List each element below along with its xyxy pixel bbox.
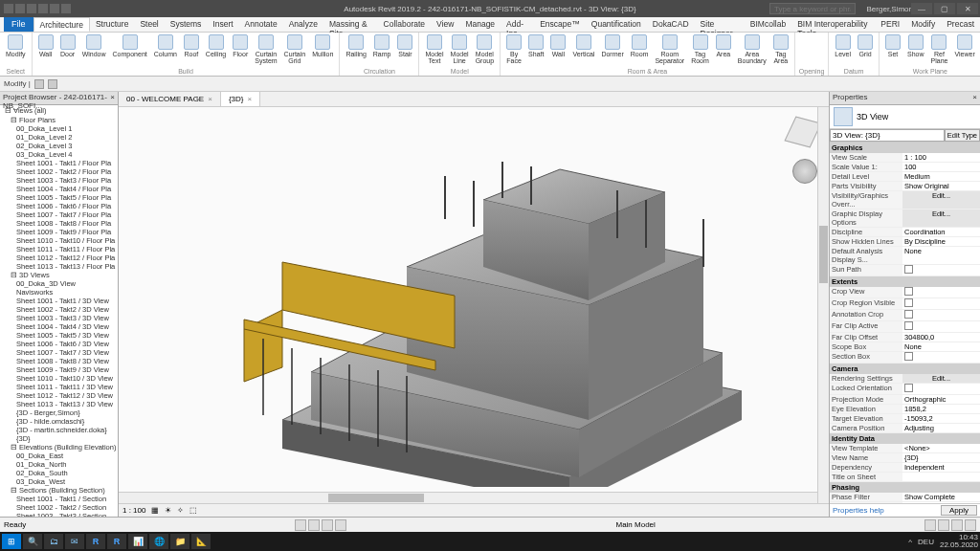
- props-help-link[interactable]: Properties help: [833, 506, 884, 515]
- prop-input[interactable]: [904, 493, 978, 501]
- ribbon-button[interactable]: Area Boundary: [736, 33, 768, 65]
- prop-value[interactable]: [902, 310, 980, 320]
- tree-item[interactable]: Sheet 1001 - Takt1 / Floor Pla: [1, 159, 117, 167]
- tree-item[interactable]: 00_Doka_3D View: [1, 279, 117, 288]
- ribbon-button[interactable]: Model Text: [423, 33, 445, 65]
- taskbar-revit[interactable]: R: [107, 534, 126, 549]
- ribbon-button[interactable]: Railing: [344, 33, 368, 58]
- tree-item[interactable]: Sheet 1001 - Takt1 / Section: [1, 495, 117, 503]
- prop-input[interactable]: [904, 182, 978, 190]
- ribbon-button[interactable]: Room: [629, 33, 651, 65]
- ribbon-tab[interactable]: Annotate: [239, 17, 283, 32]
- ribbon-button[interactable]: Grid: [856, 33, 875, 58]
- tree-item[interactable]: 00_Doka_Level 1: [1, 124, 117, 133]
- ribbon-button[interactable]: Show: [905, 33, 926, 65]
- prop-value[interactable]: [902, 237, 980, 246]
- tree-item[interactable]: Sheet 1004 - Takt4 / 3D View: [1, 322, 117, 331]
- ribbon-button[interactable]: Component: [111, 33, 149, 65]
- prop-value[interactable]: Edit...: [902, 191, 980, 209]
- prop-value[interactable]: [902, 493, 980, 501]
- tree-item[interactable]: Sheet 1003 - Takt3 / 3D View: [1, 314, 117, 322]
- ribbon-tab[interactable]: Site Designer: [695, 17, 745, 32]
- tree-item[interactable]: 02_Doka_South: [1, 469, 117, 477]
- checkbox[interactable]: [904, 352, 913, 361]
- prop-section-header[interactable]: Extents: [830, 276, 980, 287]
- taskbar-item[interactable]: ✉: [65, 534, 84, 549]
- ribbon-button[interactable]: By Face: [504, 33, 523, 65]
- prop-value[interactable]: [902, 463, 980, 472]
- ribbon-button[interactable]: Stair: [395, 33, 414, 58]
- taskbar-item[interactable]: 📁: [170, 534, 189, 549]
- prop-value[interactable]: [902, 444, 980, 452]
- status-icon[interactable]: [335, 519, 346, 531]
- ribbon-button[interactable]: Model Line: [449, 33, 471, 65]
- tree-item[interactable]: 01_Doka_Level 2: [1, 133, 117, 142]
- view-tab[interactable]: {3D}×: [221, 92, 260, 106]
- status-icon[interactable]: [951, 519, 963, 531]
- ribbon-button[interactable]: Wall: [36, 33, 56, 65]
- prop-value[interactable]: [902, 424, 980, 432]
- prop-value[interactable]: [902, 182, 980, 190]
- tray-up-icon[interactable]: ^: [908, 538, 912, 546]
- prop-value[interactable]: Edit...: [902, 209, 980, 227]
- status-icon[interactable]: [924, 519, 936, 531]
- tree-item[interactable]: Sheet 1006 - Takt6 / Floor Pla: [1, 202, 117, 210]
- tree-item[interactable]: Sheet 1009 - Takt9 / Floor Pla: [1, 228, 117, 236]
- ribbon-button[interactable]: Door: [58, 33, 78, 65]
- taskbar-item[interactable]: 🌐: [149, 534, 168, 549]
- ribbon-button[interactable]: Area: [714, 33, 733, 65]
- tree-item[interactable]: ⊟ Sections (Building Section): [1, 486, 117, 495]
- tree-item[interactable]: Sheet 1001 - Takt1 / 3D View: [1, 297, 117, 305]
- tree-item[interactable]: 00_Doka_East: [1, 452, 117, 460]
- tree-item[interactable]: Sheet 1005 - Takt5 / 3D View: [1, 331, 117, 340]
- tree-item[interactable]: {3D - hilde.omdaschi}: [1, 417, 117, 426]
- status-icon[interactable]: [322, 519, 333, 531]
- prop-value[interactable]: [902, 384, 980, 394]
- vc-icon[interactable]: ✧: [177, 506, 184, 515]
- ribbon-tab[interactable]: Analyze: [283, 17, 323, 32]
- close-icon[interactable]: ×: [208, 95, 212, 103]
- prop-input[interactable]: [904, 463, 978, 472]
- start-button[interactable]: ⊞: [2, 534, 21, 549]
- tree-item[interactable]: {3D - martin.schneider.doka}: [1, 426, 117, 434]
- ribbon-button[interactable]: Modify: [4, 33, 28, 58]
- system-tray[interactable]: ^ DEU 10:43 22.05.2020: [908, 534, 978, 549]
- prop-input[interactable]: [904, 247, 978, 255]
- ribbon-tab[interactable]: View: [431, 17, 459, 32]
- tree-item[interactable]: Sheet 1009 - Takt9 / 3D View: [1, 365, 117, 374]
- tree-item[interactable]: Sheet 1006 - Takt6 / 3D View: [1, 340, 117, 348]
- prop-input[interactable]: [904, 453, 978, 462]
- tree-item[interactable]: Sheet 1013 - Takt13 / 3D View: [1, 400, 117, 408]
- prop-input[interactable]: [904, 342, 978, 351]
- file-tab[interactable]: File: [4, 17, 33, 32]
- close-button[interactable]: ✕: [957, 3, 978, 14]
- tree-item[interactable]: 02_Doka_Level 3: [1, 142, 117, 150]
- status-icon[interactable]: [308, 519, 320, 531]
- prop-value[interactable]: Edit...: [902, 374, 980, 383]
- prop-value[interactable]: [902, 153, 980, 162]
- status-icon[interactable]: [295, 519, 306, 531]
- checkbox[interactable]: [904, 265, 913, 274]
- ribbon-button[interactable]: Viewer: [952, 33, 976, 65]
- ribbon-button[interactable]: Floor: [231, 33, 250, 65]
- tree-item[interactable]: Sheet 1004 - Takt4 / Floor Pla: [1, 185, 117, 193]
- tree-item[interactable]: Sheet 1012 - Takt12 / Floor Pla: [1, 253, 117, 262]
- ribbon-button[interactable]: Tag Room: [689, 33, 711, 65]
- checkbox[interactable]: [904, 287, 913, 296]
- edit-type-button[interactable]: Edit Type: [945, 129, 980, 142]
- ribbon-tab[interactable]: Insert: [207, 17, 238, 32]
- scale-label[interactable]: 1 : 100: [122, 506, 145, 515]
- tree-item[interactable]: Sheet 1011 - Takt11 / 3D View: [1, 383, 117, 391]
- tree-item[interactable]: {3D - Berger,Simon}: [1, 408, 117, 417]
- prop-value[interactable]: [902, 228, 980, 236]
- prop-section-header[interactable]: Graphics: [830, 143, 980, 153]
- ribbon-tab[interactable]: DokaCAD: [647, 17, 695, 32]
- close-icon[interactable]: ×: [247, 95, 252, 103]
- prop-value[interactable]: [902, 405, 980, 413]
- ribbon-button[interactable]: Curtain System: [253, 33, 278, 65]
- ribbon-button[interactable]: Dormer: [599, 33, 625, 65]
- prop-input[interactable]: [904, 414, 978, 423]
- prop-value[interactable]: [902, 287, 980, 298]
- tree-item[interactable]: ⊟ 3D Views: [1, 271, 117, 279]
- status-icon[interactable]: [938, 519, 949, 531]
